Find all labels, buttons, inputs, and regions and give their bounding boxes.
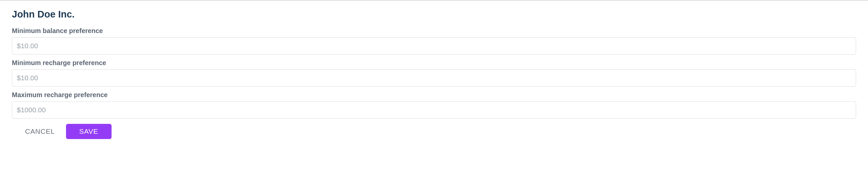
form-container: John Doe Inc. Minimum balance preference… — [0, 1, 868, 147]
maximum-recharge-group: Maximum recharge preference — [12, 91, 856, 119]
minimum-recharge-label: Minimum recharge preference — [12, 59, 856, 67]
button-row: CANCEL SAVE — [12, 124, 856, 139]
minimum-balance-label: Minimum balance preference — [12, 27, 856, 35]
maximum-recharge-label: Maximum recharge preference — [12, 91, 856, 99]
save-button[interactable]: SAVE — [66, 124, 112, 139]
minimum-balance-input[interactable] — [12, 37, 856, 55]
maximum-recharge-input[interactable] — [12, 101, 856, 119]
minimum-balance-group: Minimum balance preference — [12, 27, 856, 55]
page-title: John Doe Inc. — [12, 9, 856, 20]
minimum-recharge-group: Minimum recharge preference — [12, 59, 856, 87]
cancel-button[interactable]: CANCEL — [23, 124, 57, 139]
minimum-recharge-input[interactable] — [12, 69, 856, 87]
